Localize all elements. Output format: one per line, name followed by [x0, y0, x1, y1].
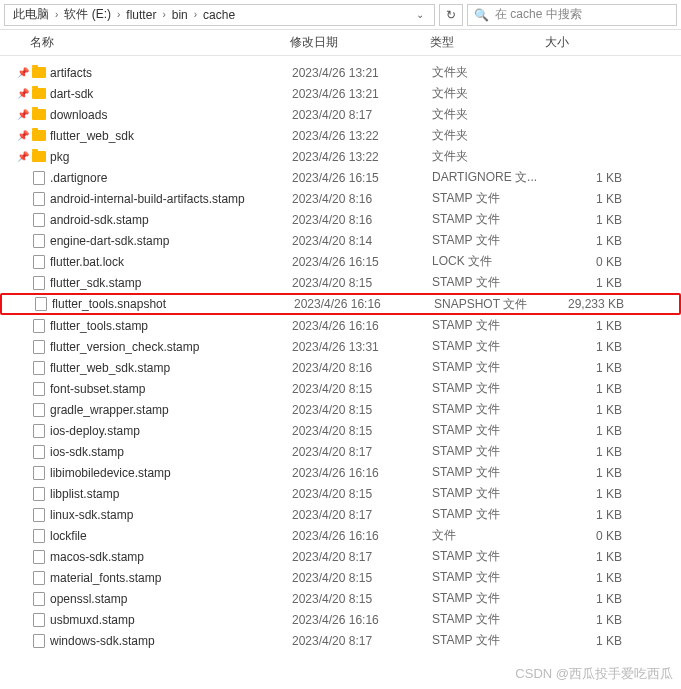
- file-row[interactable]: flutter_sdk.stamp2023/4/20 8:15STAMP 文件1…: [0, 272, 681, 293]
- file-date: 2023/4/20 8:17: [292, 508, 432, 522]
- file-date: 2023/4/26 13:22: [292, 129, 432, 143]
- file-name: windows-sdk.stamp: [50, 634, 292, 648]
- folder-icon: [30, 67, 48, 78]
- file-date: 2023/4/20 8:14: [292, 234, 432, 248]
- file-row[interactable]: android-sdk.stamp2023/4/20 8:16STAMP 文件1…: [0, 209, 681, 230]
- file-name: usbmuxd.stamp: [50, 613, 292, 627]
- header-date[interactable]: 修改日期: [290, 34, 430, 51]
- file-date: 2023/4/20 8:15: [292, 276, 432, 290]
- file-size: 1 KB: [547, 592, 632, 606]
- file-row[interactable]: 📌dart-sdk2023/4/26 13:21文件夹: [0, 83, 681, 104]
- file-icon: [30, 171, 48, 185]
- file-date: 2023/4/20 8:15: [292, 487, 432, 501]
- file-row[interactable]: lockfile2023/4/26 16:16文件0 KB: [0, 525, 681, 546]
- refresh-button[interactable]: ↻: [439, 4, 463, 26]
- file-date: 2023/4/26 16:15: [292, 255, 432, 269]
- file-date: 2023/4/20 8:15: [292, 403, 432, 417]
- file-date: 2023/4/26 13:21: [292, 87, 432, 101]
- crumb-flutter[interactable]: flutter: [122, 8, 160, 22]
- header-type[interactable]: 类型: [430, 34, 545, 51]
- file-row[interactable]: libimobiledevice.stamp2023/4/26 16:16STA…: [0, 462, 681, 483]
- crumb-root[interactable]: 此电脑: [9, 6, 53, 23]
- file-row[interactable]: 📌pkg2023/4/26 13:22文件夹: [0, 146, 681, 167]
- crumb-drive[interactable]: 软件 (E:): [60, 6, 115, 23]
- file-row[interactable]: gradle_wrapper.stamp2023/4/20 8:15STAMP …: [0, 399, 681, 420]
- file-row[interactable]: flutter.bat.lock2023/4/26 16:15LOCK 文件0 …: [0, 251, 681, 272]
- file-size: 1 KB: [547, 276, 632, 290]
- file-row[interactable]: libplist.stamp2023/4/20 8:15STAMP 文件1 KB: [0, 483, 681, 504]
- crumb-cache[interactable]: cache: [199, 8, 239, 22]
- file-date: 2023/4/20 8:17: [292, 550, 432, 564]
- file-list: 📌artifacts2023/4/26 13:21文件夹📌dart-sdk202…: [0, 56, 681, 651]
- chevron-down-icon[interactable]: ⌄: [414, 9, 426, 20]
- folder-icon: [30, 151, 48, 162]
- file-name: flutter_tools.snapshot: [52, 297, 294, 311]
- file-size: 1 KB: [547, 340, 632, 354]
- file-row[interactable]: .dartignore2023/4/26 16:15DARTIGNORE 文..…: [0, 167, 681, 188]
- file-type: LOCK 文件: [432, 253, 547, 270]
- file-type: SNAPSHOT 文件: [434, 296, 549, 313]
- crumb-bin[interactable]: bin: [168, 8, 192, 22]
- file-row[interactable]: usbmuxd.stamp2023/4/26 16:16STAMP 文件1 KB: [0, 609, 681, 630]
- file-date: 2023/4/26 16:16: [292, 613, 432, 627]
- file-name: ios-deploy.stamp: [50, 424, 292, 438]
- file-type: STAMP 文件: [432, 632, 547, 649]
- file-name: linux-sdk.stamp: [50, 508, 292, 522]
- file-name: flutter_sdk.stamp: [50, 276, 292, 290]
- file-row[interactable]: ios-sdk.stamp2023/4/20 8:17STAMP 文件1 KB: [0, 441, 681, 462]
- file-row[interactable]: linux-sdk.stamp2023/4/20 8:17STAMP 文件1 K…: [0, 504, 681, 525]
- file-name: openssl.stamp: [50, 592, 292, 606]
- file-date: 2023/4/26 16:16: [292, 529, 432, 543]
- file-date: 2023/4/20 8:15: [292, 592, 432, 606]
- file-name: downloads: [50, 108, 292, 122]
- file-row[interactable]: flutter_tools.stamp2023/4/26 16:16STAMP …: [0, 315, 681, 336]
- file-row[interactable]: 📌downloads2023/4/20 8:17文件夹: [0, 104, 681, 125]
- file-size: 0 KB: [547, 529, 632, 543]
- file-row[interactable]: material_fonts.stamp2023/4/20 8:15STAMP …: [0, 567, 681, 588]
- file-type: STAMP 文件: [432, 401, 547, 418]
- breadcrumb[interactable]: 此电脑 › 软件 (E:) › flutter › bin › cache ⌄: [4, 4, 435, 26]
- chevron-right-icon: ›: [115, 9, 122, 20]
- file-icon: [30, 361, 48, 375]
- file-size: 29,233 KB: [549, 297, 634, 311]
- file-name: libplist.stamp: [50, 487, 292, 501]
- file-row[interactable]: flutter_web_sdk.stamp2023/4/20 8:16STAMP…: [0, 357, 681, 378]
- file-row[interactable]: android-internal-build-artifacts.stamp20…: [0, 188, 681, 209]
- file-size: 1 KB: [547, 192, 632, 206]
- file-row[interactable]: ios-deploy.stamp2023/4/20 8:15STAMP 文件1 …: [0, 420, 681, 441]
- file-icon: [32, 297, 50, 311]
- file-row[interactable]: engine-dart-sdk.stamp2023/4/20 8:14STAMP…: [0, 230, 681, 251]
- file-row[interactable]: windows-sdk.stamp2023/4/20 8:17STAMP 文件1…: [0, 630, 681, 651]
- file-row[interactable]: flutter_tools.snapshot2023/4/26 16:16SNA…: [0, 293, 681, 315]
- pin-icon: 📌: [16, 109, 30, 120]
- search-input[interactable]: 🔍 在 cache 中搜索: [467, 4, 677, 26]
- file-icon: [30, 382, 48, 396]
- file-type: STAMP 文件: [432, 443, 547, 460]
- file-row[interactable]: flutter_version_check.stamp2023/4/26 13:…: [0, 336, 681, 357]
- header-name[interactable]: 名称: [30, 34, 290, 51]
- pin-icon: 📌: [16, 88, 30, 99]
- file-row[interactable]: macos-sdk.stamp2023/4/20 8:17STAMP 文件1 K…: [0, 546, 681, 567]
- file-name: ios-sdk.stamp: [50, 445, 292, 459]
- file-size: 1 KB: [547, 234, 632, 248]
- file-type: STAMP 文件: [432, 190, 547, 207]
- file-row[interactable]: 📌artifacts2023/4/26 13:21文件夹: [0, 62, 681, 83]
- file-row[interactable]: font-subset.stamp2023/4/20 8:15STAMP 文件1…: [0, 378, 681, 399]
- file-name: flutter_web_sdk.stamp: [50, 361, 292, 375]
- file-row[interactable]: openssl.stamp2023/4/20 8:15STAMP 文件1 KB: [0, 588, 681, 609]
- file-type: 文件: [432, 527, 547, 544]
- file-row[interactable]: 📌flutter_web_sdk2023/4/26 13:22文件夹: [0, 125, 681, 146]
- file-icon: [30, 424, 48, 438]
- file-date: 2023/4/20 8:15: [292, 571, 432, 585]
- file-name: libimobiledevice.stamp: [50, 466, 292, 480]
- file-date: 2023/4/26 13:31: [292, 340, 432, 354]
- chevron-right-icon: ›: [160, 9, 167, 20]
- file-date: 2023/4/20 8:15: [292, 424, 432, 438]
- file-icon: [30, 592, 48, 606]
- folder-icon: [30, 88, 48, 99]
- file-size: 1 KB: [547, 319, 632, 333]
- file-date: 2023/4/20 8:17: [292, 108, 432, 122]
- header-size[interactable]: 大小: [545, 34, 630, 51]
- file-date: 2023/4/20 8:16: [292, 192, 432, 206]
- file-icon: [30, 508, 48, 522]
